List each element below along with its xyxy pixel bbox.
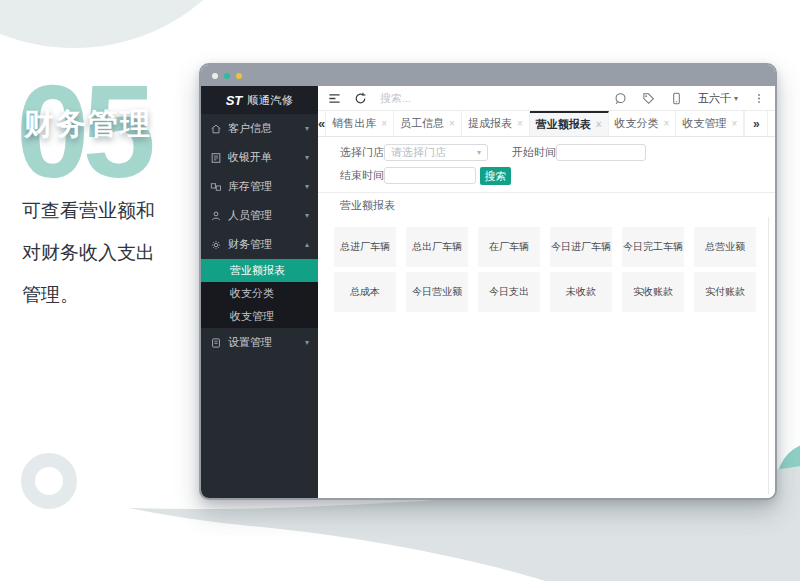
report-content: 总进厂车辆 总出厂车辆 在厂车辆 今日进厂车辆 今日完工车辆 总营业额 总成本 … <box>318 217 775 498</box>
tab-label: 提成报表 <box>468 116 512 131</box>
description-line: 管理。 <box>22 274 155 316</box>
sidebar-item-customer-info[interactable]: 客户信息 ▾ <box>201 114 318 143</box>
stat-card[interactable]: 总成本 <box>334 272 396 312</box>
sidebar-item-revenue-report[interactable]: 营业额报表 <box>201 259 318 282</box>
stat-card[interactable]: 总出厂车辆 <box>406 227 468 267</box>
user-name: 五六千 <box>698 91 731 106</box>
tab-income-expense-management[interactable]: 收支管理 × <box>676 111 744 136</box>
chevron-down-icon: ▾ <box>305 338 309 347</box>
refresh-icon[interactable] <box>354 92 367 105</box>
person-icon <box>210 210 222 222</box>
tabs-dropdown-icon[interactable] <box>767 111 777 136</box>
sidebar-item-billing[interactable]: 收银开单 ▾ <box>201 143 318 172</box>
close-icon[interactable]: × <box>664 118 670 129</box>
description-line: 对财务收入支出 <box>22 232 155 274</box>
report-section-title: 营业额报表 <box>318 192 775 217</box>
stat-card[interactable]: 今日进厂车辆 <box>550 227 612 267</box>
main-area: 搜索... 五六千 ▾ « 销售出库 <box>318 86 775 498</box>
close-icon[interactable]: × <box>381 118 387 129</box>
page-title: 财务管理 <box>24 104 152 145</box>
chevron-down-icon: ▾ <box>305 124 309 133</box>
stat-card[interactable]: 未收款 <box>550 272 612 312</box>
tab-commission-report[interactable]: 提成报表 × <box>462 111 530 136</box>
stat-cards-grid: 总进厂车辆 总出厂车辆 在厂车辆 今日进厂车辆 今日完工车辆 总营业额 总成本 … <box>334 227 756 312</box>
sidebar-item-label: 设置管理 <box>228 335 272 350</box>
book-icon <box>210 337 222 349</box>
chevron-down-icon: ▾ <box>305 211 309 220</box>
tab-bar: « 销售出库 × 员工信息 × 提成报表 × 营业额报表 <box>318 111 775 137</box>
start-time-input[interactable] <box>556 144 646 161</box>
page: 05 财务管理 可查看营业额和 对财务收入支出 管理。 ST 顺通汽修 客户信息… <box>0 0 800 581</box>
tab-label: 营业额报表 <box>536 117 591 132</box>
sidebar-item-finance[interactable]: 财务管理 ▴ <box>201 230 318 259</box>
tab-label: 销售出库 <box>332 116 376 131</box>
end-time-input[interactable] <box>384 167 476 184</box>
stat-card[interactable]: 总进厂车辆 <box>334 227 396 267</box>
close-icon[interactable]: × <box>596 119 602 130</box>
stat-card[interactable]: 实收账款 <box>622 272 684 312</box>
chevron-up-icon: ▴ <box>305 240 309 249</box>
top-toolbar: 搜索... 五六千 ▾ <box>318 86 775 111</box>
tab-employee-info[interactable]: 员工信息 × <box>394 111 462 136</box>
chevron-down-icon: ▾ <box>305 182 309 191</box>
stat-card[interactable]: 今日营业额 <box>406 272 468 312</box>
store-select[interactable]: 请选择门店 ▾ <box>384 144 488 161</box>
tab-income-expense-category[interactable]: 收支分类 × <box>609 111 677 136</box>
tab-label: 收支分类 <box>615 116 659 131</box>
finance-submenu: 营业额报表 收支分类 收支管理 <box>201 259 318 328</box>
search-input[interactable]: 搜索... <box>380 91 411 106</box>
close-icon[interactable]: × <box>731 118 737 129</box>
step-description: 可查看营业额和 对财务收入支出 管理。 <box>22 190 155 316</box>
submenu-item-label: 收支管理 <box>230 309 274 324</box>
stat-card[interactable]: 在厂车辆 <box>478 227 540 267</box>
store-filter-label: 选择门店 <box>340 145 384 160</box>
receipt-icon <box>210 152 222 164</box>
app-name: 顺通汽修 <box>247 93 293 108</box>
message-icon[interactable] <box>614 92 627 105</box>
stat-card[interactable]: 今日完工车辆 <box>622 227 684 267</box>
window-dot-maximize[interactable] <box>236 73 242 79</box>
tab-sales-outbound[interactable]: 销售出库 × <box>326 111 394 136</box>
stat-card[interactable]: 实付账款 <box>694 272 756 312</box>
scrollbar[interactable] <box>768 217 769 494</box>
stat-card[interactable]: 总营业额 <box>694 227 756 267</box>
tabs-scroll-left-icon[interactable]: « <box>318 111 326 136</box>
gear-icon <box>210 239 222 251</box>
sidebar: ST 顺通汽修 客户信息 ▾ 收银开单 ▾ 库存管理 ▾ <box>201 86 318 498</box>
app-logo: ST 顺通汽修 <box>201 86 318 114</box>
close-icon[interactable]: × <box>517 118 523 129</box>
chevron-down-icon: ▾ <box>305 153 309 162</box>
store-select-placeholder: 请选择门店 <box>391 145 446 160</box>
tabs-scroll-right-icon[interactable]: » <box>744 111 767 136</box>
sidebar-item-inventory[interactable]: 库存管理 ▾ <box>201 172 318 201</box>
submenu-item-label: 收支分类 <box>230 286 274 301</box>
kebab-menu-icon[interactable] <box>753 92 765 105</box>
sidebar-item-income-expense-category[interactable]: 收支分类 <box>201 282 318 305</box>
app-window: ST 顺通汽修 客户信息 ▾ 收银开单 ▾ 库存管理 ▾ <box>199 63 777 500</box>
user-menu[interactable]: 五六千 ▾ <box>698 91 738 106</box>
sidebar-item-settings[interactable]: 设置管理 ▾ <box>201 328 318 357</box>
start-time-label: 开始时间 <box>512 145 556 160</box>
window-dot-close[interactable] <box>212 73 218 79</box>
tag-icon[interactable] <box>642 92 655 105</box>
window-dot-minimize[interactable] <box>224 73 230 79</box>
mobile-phone-icon[interactable] <box>670 92 683 105</box>
logo-mark-icon: ST <box>226 93 243 108</box>
chevron-down-icon: ▾ <box>477 148 481 157</box>
search-button[interactable]: 搜索 <box>480 167 511 185</box>
sidebar-item-label: 客户信息 <box>228 121 272 136</box>
stat-card[interactable]: 今日支出 <box>478 272 540 312</box>
tab-revenue-report[interactable]: 营业额报表 × <box>530 111 609 136</box>
chevron-down-icon: ▾ <box>734 94 738 103</box>
sidebar-item-income-expense-management[interactable]: 收支管理 <box>201 305 318 328</box>
collapse-menu-icon[interactable] <box>328 92 341 105</box>
tab-label: 员工信息 <box>400 116 444 131</box>
home-icon <box>210 123 222 135</box>
end-time-label: 结束时间 <box>340 168 384 183</box>
sidebar-item-label: 收银开单 <box>228 150 272 165</box>
sidebar-item-label: 财务管理 <box>228 237 272 252</box>
window-titlebar <box>201 65 775 86</box>
sidebar-item-personnel[interactable]: 人员管理 ▾ <box>201 201 318 230</box>
filter-bar: 选择门店 请选择门店 ▾ 开始时间 结束时间 搜索 <box>318 137 775 190</box>
close-icon[interactable]: × <box>449 118 455 129</box>
